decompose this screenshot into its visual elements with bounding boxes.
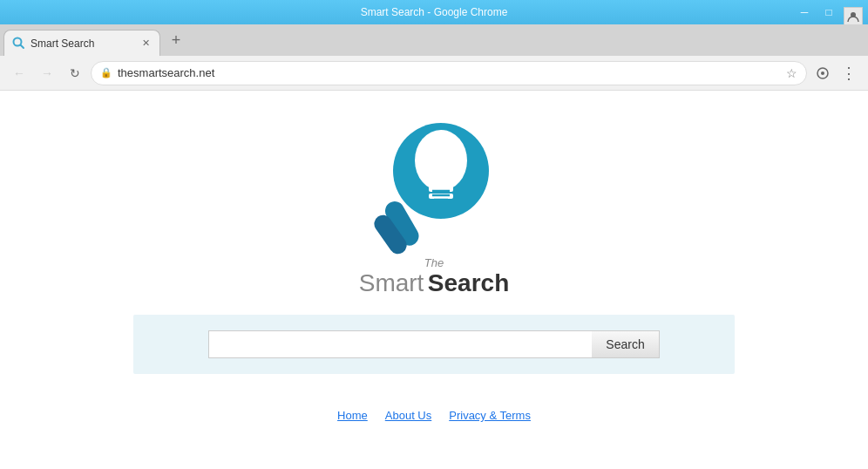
logo-text: The Smart Search [359, 256, 510, 297]
maximize-button[interactable]: □ [817, 4, 840, 20]
title-bar: Smart Search - Google Chrome ─ □ ✕ [0, 0, 868, 24]
logo-area: The Smart Search [359, 108, 510, 297]
svg-point-4 [821, 71, 824, 75]
page-content: The Smart Search Search Home About Us Pr… [0, 91, 868, 469]
security-lock-icon: 🔒 [100, 67, 112, 78]
refresh-button[interactable]: ↻ [63, 61, 87, 85]
logo-search: Search [428, 269, 509, 296]
svg-point-7 [415, 130, 467, 191]
svg-line-2 [21, 44, 24, 48]
nav-bar: ← → ↻ 🔒 thesmartsearch.net ☆ ⋮ [0, 56, 868, 91]
tab-favicon [11, 37, 25, 51]
logo-image [364, 108, 504, 265]
footer-links: Home About Us Privacy & Terms [337, 409, 531, 422]
home-link[interactable]: Home [337, 409, 368, 422]
search-input[interactable] [208, 330, 592, 358]
new-tab-button[interactable]: + [164, 28, 188, 52]
search-area: Search [133, 315, 735, 374]
logo-smart: Smart [359, 269, 424, 296]
nav-actions: ⋮ [810, 61, 861, 85]
address-text: thesmartsearch.net [118, 66, 781, 79]
active-tab[interactable]: Smart Search ✕ [3, 30, 160, 56]
tab-title: Smart Search [31, 37, 133, 50]
extensions-button[interactable] [810, 61, 835, 85]
back-button[interactable]: ← [7, 61, 31, 85]
profile-icon [844, 7, 863, 26]
about-link[interactable]: About Us [385, 409, 431, 422]
minimize-button[interactable]: ─ [793, 4, 816, 20]
bookmark-star-icon[interactable]: ☆ [786, 66, 797, 80]
address-bar[interactable]: 🔒 thesmartsearch.net ☆ [91, 61, 807, 85]
tab-bar: Smart Search ✕ + [0, 24, 868, 56]
search-button[interactable]: Search [592, 330, 659, 358]
window-title: Smart Search - Google Chrome [361, 6, 508, 18]
chrome-menu-button[interactable]: ⋮ [837, 61, 861, 85]
tab-close-button[interactable]: ✕ [139, 37, 153, 51]
logo-the: The [359, 256, 510, 269]
terms-link[interactable]: Privacy & Terms [449, 409, 531, 422]
window-controls: ─ □ ✕ [793, 4, 865, 20]
forward-button[interactable]: → [35, 61, 59, 85]
